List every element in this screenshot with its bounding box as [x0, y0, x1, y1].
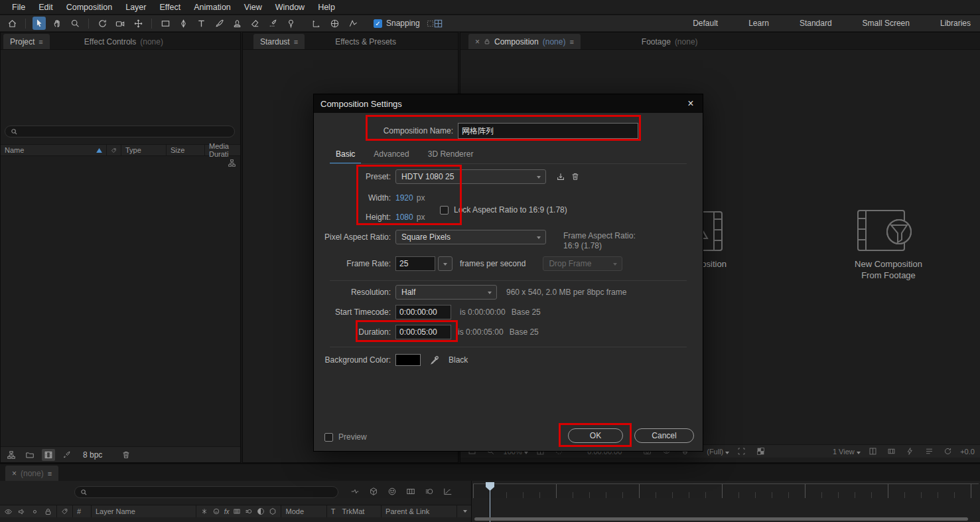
background-color-swatch[interactable] — [395, 354, 421, 366]
workspace-learn[interactable]: Learn — [748, 19, 769, 28]
trash-icon[interactable] — [119, 449, 133, 461]
timeline-horizontal-scrollbar[interactable] — [474, 517, 968, 521]
height-value[interactable]: 1080 — [395, 213, 413, 222]
lock-aspect-checkbox[interactable] — [440, 206, 449, 215]
3d-layer-icon[interactable] — [269, 507, 277, 515]
composition-mini-flowchart-icon[interactable] — [350, 487, 360, 496]
chevron-down-icon[interactable] — [463, 510, 467, 513]
clone-stamp-tool-icon[interactable] — [230, 17, 244, 30]
width-value[interactable]: 1920 — [395, 193, 413, 203]
pixel-aspect-correction-icon[interactable] — [885, 446, 898, 458]
menu-help[interactable]: Help — [311, 3, 342, 12]
puppet-pin-tool-icon[interactable] — [284, 17, 297, 30]
label-column[interactable] — [57, 505, 73, 517]
panel-menu-icon[interactable]: ≡ — [569, 38, 573, 46]
view-layout-select[interactable]: 1 View — [833, 448, 861, 456]
snapping-checkbox[interactable]: ✓ — [374, 19, 382, 28]
shy-icon[interactable] — [212, 507, 220, 515]
preset-select[interactable]: HDTV 1080 25 — [395, 169, 546, 184]
panel-menu-icon[interactable]: ≡ — [48, 470, 52, 478]
tab-3d-renderer[interactable]: 3D Renderer — [422, 147, 480, 164]
tab-footage[interactable]: Footage (none) — [635, 34, 705, 49]
grid-options-icon[interactable] — [431, 17, 445, 30]
resolution-select[interactable]: Half — [395, 285, 497, 300]
tab-advanced[interactable]: Advanced — [368, 147, 415, 164]
menu-animation[interactable]: Animation — [187, 3, 238, 12]
eyedropper-icon[interactable] — [427, 353, 442, 367]
column-label-color[interactable] — [107, 145, 121, 155]
lock-icon[interactable] — [44, 507, 52, 516]
roto-brush-tool-icon[interactable] — [266, 17, 279, 30]
axis-world-icon[interactable] — [328, 17, 341, 30]
pen-tool-icon[interactable] — [176, 17, 190, 30]
dialog-close-icon[interactable]: × — [683, 96, 699, 111]
fast-previews-icon[interactable] — [904, 446, 916, 458]
solo-icon[interactable] — [31, 507, 39, 516]
delete-preset-icon[interactable] — [568, 169, 583, 184]
sort-ascending-icon[interactable] — [96, 148, 102, 153]
menu-layer[interactable]: Layer — [119, 3, 153, 12]
new-composition-icon[interactable] — [42, 449, 55, 461]
audio-speaker-icon[interactable] — [17, 507, 26, 516]
zoom-tool-icon[interactable] — [68, 17, 82, 30]
layer-name-column[interactable]: Layer Name — [92, 505, 196, 517]
save-preset-icon[interactable] — [553, 169, 568, 184]
column-media-duration[interactable]: Media Durati — [205, 145, 240, 155]
hide-shy-layers-icon[interactable] — [387, 487, 397, 496]
project-flowchart-icon[interactable] — [228, 159, 236, 167]
menu-view[interactable]: View — [238, 3, 269, 12]
transparency-grid-icon[interactable] — [754, 446, 767, 458]
menu-window[interactable]: Window — [269, 3, 311, 12]
rotation-tool-icon[interactable] — [96, 17, 109, 30]
timeline-tab[interactable]: × (none) ≡ — [5, 466, 58, 481]
new-folder-icon[interactable] — [23, 449, 36, 461]
reset-exposure-icon[interactable] — [942, 446, 954, 458]
frame-rate-input[interactable] — [395, 256, 435, 271]
duration-input[interactable] — [395, 325, 451, 339]
video-eye-icon[interactable] — [4, 507, 13, 516]
share-view-icon[interactable] — [867, 446, 879, 458]
home-icon[interactable] — [5, 17, 19, 30]
anchor-icon[interactable] — [200, 507, 208, 515]
panel-menu-icon[interactable]: ≡ — [294, 38, 298, 46]
time-ruler[interactable] — [473, 483, 979, 498]
motion-blur-small-icon[interactable] — [245, 507, 253, 515]
column-name[interactable]: Name — [1, 145, 107, 155]
menu-composition[interactable]: Composition — [60, 3, 119, 12]
tab-composition[interactable]: × Composition (none) ≡ — [468, 34, 581, 49]
start-timecode-input[interactable] — [395, 305, 451, 319]
frame-blending-icon[interactable] — [406, 487, 415, 496]
menu-edit[interactable]: Edit — [32, 3, 60, 12]
fx-icon[interactable]: fx — [224, 508, 230, 515]
project-search-input[interactable] — [5, 126, 235, 137]
pixel-aspect-select[interactable]: Square Pixels — [395, 230, 546, 244]
graph-editor-icon[interactable] — [443, 487, 453, 496]
adjustment-layer-icon[interactable] — [257, 507, 265, 515]
camera-tool-icon[interactable] — [113, 17, 127, 30]
parent-link-column[interactable]: Parent & Link — [382, 505, 457, 517]
draft-3d-icon[interactable] — [369, 487, 378, 496]
frame-blend-icon[interactable] — [233, 507, 241, 515]
composition-name-input[interactable] — [458, 123, 638, 139]
dialog-title-bar[interactable]: Composition Settings × — [314, 94, 703, 113]
region-of-interest-icon[interactable] — [735, 446, 748, 458]
mode-column[interactable]: Mode — [281, 505, 326, 517]
trkmat-column[interactable]: T TrkMat — [327, 505, 382, 517]
workspace-standard[interactable]: Standard — [800, 19, 832, 28]
workspace-small-screen[interactable]: Small Screen — [863, 19, 910, 28]
timeline-search[interactable] — [74, 486, 338, 498]
motion-blur-icon[interactable] — [425, 487, 434, 496]
timeline-button-icon[interactable] — [923, 446, 936, 458]
panel-menu-icon[interactable]: ≡ — [38, 38, 42, 46]
ok-button[interactable]: OK — [568, 428, 623, 443]
tab-project[interactable]: Project ≡ — [3, 34, 50, 49]
frame-rate-dropdown-icon[interactable] — [438, 256, 453, 271]
cancel-button[interactable]: Cancel — [634, 428, 694, 443]
brush-tool-icon[interactable] — [212, 17, 226, 30]
axis-view-icon[interactable] — [346, 17, 360, 30]
tab-effects-presets[interactable]: Effects & Presets — [328, 34, 403, 49]
menu-effect[interactable]: Effect — [153, 3, 187, 12]
resolution-select[interactable]: (Full) — [707, 448, 729, 456]
tab-effect-controls[interactable]: Effect Controls (none) — [78, 34, 170, 49]
selection-tool-icon[interactable] — [33, 17, 46, 30]
